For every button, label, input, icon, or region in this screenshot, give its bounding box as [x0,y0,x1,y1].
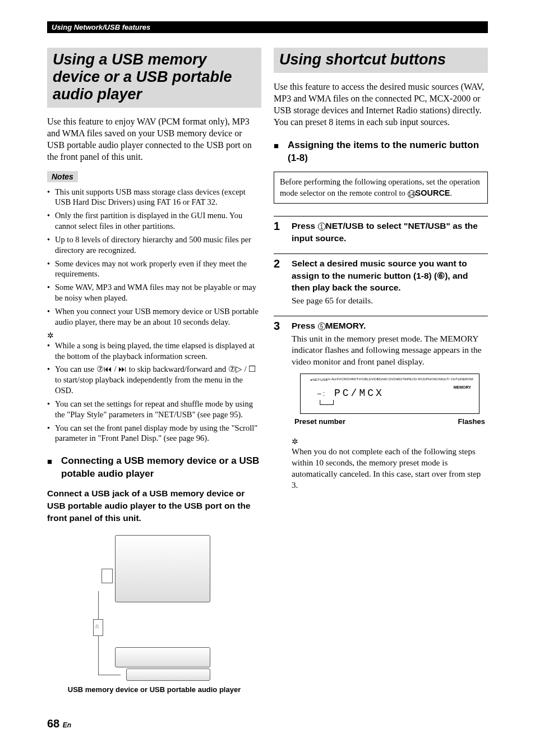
usb-diagram: USB memory device or USB portable audio … [47,535,261,695]
square-bullet-icon: ■ [274,140,279,166]
tip-icon: ✲ [292,437,488,446]
right-column: Using shortcut buttons Use this feature … [274,48,488,695]
step-3-btn: MEMORY [326,321,363,330]
left-instruction: Connect a USB jack of a USB memory devic… [47,487,261,524]
opbox-source: SOURCE [416,188,450,197]
step-number: 3 [274,320,284,499]
right-subhead-text: Assigning the items to the numeric butto… [288,139,488,165]
flashes-label: Flashes [458,417,485,426]
step-2-reg: See page 65 for details. [292,295,488,307]
tip-item: You can set the settings for repeat and … [47,399,261,420]
left-section-title: Using a USB memory device or a USB porta… [47,48,261,108]
right-section-title: Using shortcut buttons [274,48,488,73]
step-number: 1 [274,220,284,244]
tip-item: While a song is being played, the time e… [47,340,261,362]
step-3-post: . [363,321,366,330]
left-subhead-text: Connecting a USB memory device or a USB … [61,455,261,481]
display-preset-indicator: – : [317,390,325,398]
circled-14-icon: 14 [408,190,416,198]
note-item: This unit supports USB mass storage clas… [47,187,261,208]
display-main-text: PC/MCX [334,388,384,399]
step-2: 2 Select a desired music source you want… [274,253,488,307]
step-1-pre: Press [292,221,318,231]
step-3-pre: Press [292,321,318,330]
page-lang: En [63,721,71,729]
notes-label: Notes [47,171,78,182]
note-item: When you connect your USB memory device … [47,306,261,328]
display-bracket-icon: └──┘ [317,400,335,409]
note-item: Up to 8 levels of directory hierarchy an… [47,234,261,256]
left-column: Using a USB memory device or a USB porta… [47,48,261,695]
step-3: 3 Press 5MEMORY. This unit in the memory… [274,316,488,499]
step-3-reg: This unit in the memory preset mode. The… [292,333,488,368]
step-1-btn: NET/USB [326,221,364,231]
front-panel-display: ▸NET/USBV-AUXVCRDVRDTV/CBLDVDBD/HD DVDMD… [300,374,479,414]
left-intro: Use this feature to enjoy WAV (PCM forma… [47,116,261,163]
left-subhead: ■ Connecting a USB memory device or a US… [47,455,261,481]
circled-5-icon: 5 [318,322,326,330]
right-subhead: ■ Assigning the items to the numeric but… [274,139,488,165]
note-item: Some devices may not work properly even … [47,259,261,280]
tip-icon: ✲ [47,331,261,340]
preset-number-label: Preset number [294,417,345,426]
right-intro: Use this feature to access the desired m… [274,81,488,128]
notes-list: This unit supports USB mass storage clas… [47,187,261,328]
step-1: 1 Press 1NET/USB to select "NET/USB" as … [274,216,488,244]
tip-item: You can use ⑦⏮ / ⏭ to skip backward/forw… [47,364,261,396]
page-num: 68 [47,717,59,730]
right-tip: When you do not complete each of the fol… [292,446,488,491]
display-labels: Preset number Flashes [294,417,485,426]
circled-1-icon: 1 [318,223,326,231]
note-item: Some WAV, MP3 and WMA files may not be p… [47,282,261,303]
step-2-bold: Select a desired music source you want t… [292,257,488,294]
diagram-caption: USB memory device or USB portable audio … [47,685,261,695]
tip-item: You can set the front panel display mode… [47,423,261,444]
page-number: 68 En [47,717,71,730]
opbox-post: . [450,188,453,197]
display-memory-indicator: MEMORY [454,385,471,389]
square-bullet-icon: ■ [47,456,52,482]
step-1-text: Press 1NET/USB to select "NET/USB" as th… [292,220,488,244]
note-item: Only the first partition is displayed in… [47,210,261,232]
display-top-row: ▸NET/USBV-AUXVCRDVRDTV/CBLDVDBD/HD DVDMD… [311,377,473,381]
operation-box: Before performing the following operatio… [274,172,488,204]
header-breadcrumb: Using Network/USB features [47,21,488,33]
step-3-text: Press 5MEMORY. [292,320,488,332]
tips-list: While a song is being played, the time e… [47,340,261,444]
step-number: 2 [274,257,284,307]
